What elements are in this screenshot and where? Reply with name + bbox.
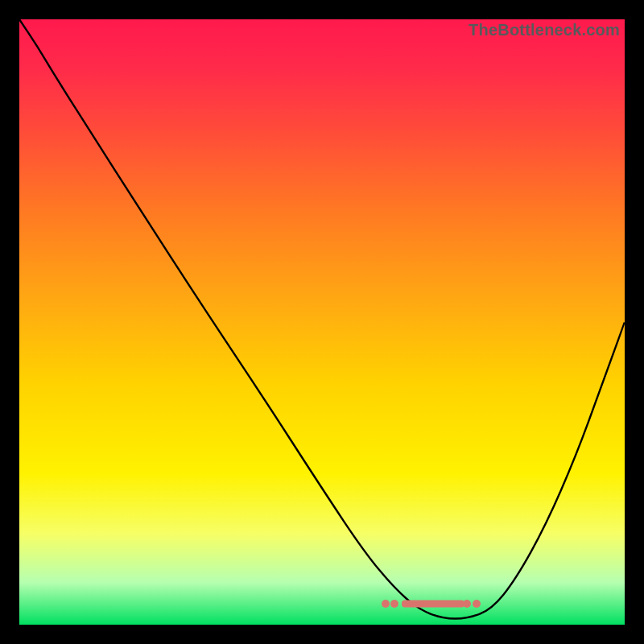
highlight-dot [463,600,471,608]
highlight-dot [390,600,398,608]
plot-area: TheBottleneck.com [19,19,625,625]
highlight-dot [473,600,481,608]
highlight-dots-container [19,19,625,625]
highlight-bar [402,600,464,607]
highlight-dot [382,600,390,608]
